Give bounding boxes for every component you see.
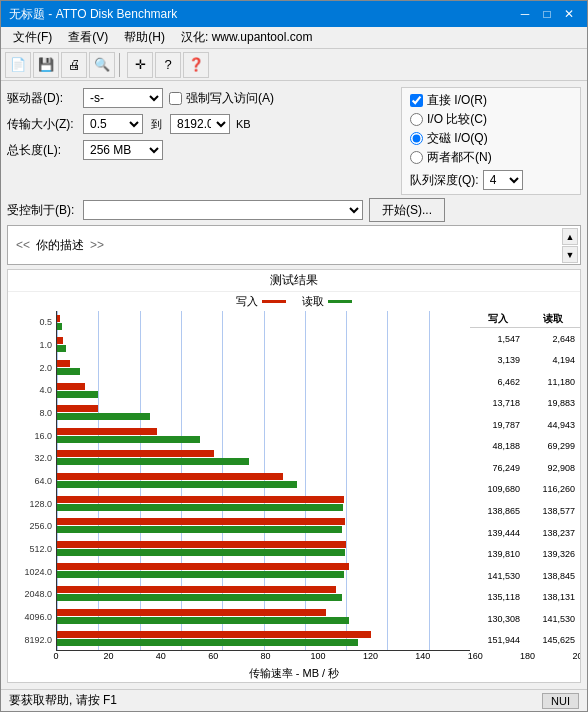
bar-row [57, 560, 470, 583]
bar-write [57, 496, 344, 503]
y-label: 64.0 [8, 470, 56, 493]
bar-row [57, 356, 470, 379]
toolbar-plus[interactable]: ✛ [127, 52, 153, 78]
bar-write [57, 428, 157, 435]
val-write: 19,787 [475, 420, 520, 430]
minimize-button[interactable]: ─ [515, 5, 535, 23]
x-tick-label: 140 [415, 651, 430, 661]
bar-read [57, 571, 344, 578]
chart-right-row: 6,46211,180 [470, 371, 580, 393]
total-label: 总长度(L): [7, 142, 77, 159]
x-tick-label: 40 [156, 651, 166, 661]
close-button[interactable]: ✕ [559, 5, 579, 23]
val-write: 13,718 [475, 398, 520, 408]
toolbar-save[interactable]: 💾 [33, 52, 59, 78]
total-row: 总长度(L): 256 MB [7, 139, 393, 161]
bar-row [57, 492, 470, 515]
queue-select[interactable]: 4 [483, 170, 523, 190]
io-exchange-row[interactable]: 交磁 I/O(Q) [410, 130, 572, 147]
bar-read [57, 504, 343, 511]
menu-bar: 文件(F) 查看(V) 帮助(H) 汉化: www.upantool.com [1, 27, 587, 49]
transfer-label: 传输大小(Z): [7, 116, 77, 133]
bar-write [57, 473, 283, 480]
chart-right-row: 135,118138,131 [470, 586, 580, 608]
title-controls: ─ □ ✕ [515, 5, 579, 23]
toolbar-help1[interactable]: ? [155, 52, 181, 78]
val-read: 141,530 [530, 614, 575, 624]
chart-right-row: 138,865138,577 [470, 500, 580, 522]
chart-right-row: 139,810139,326 [470, 543, 580, 565]
bar-write [57, 631, 371, 638]
x-tick-label: 160 [468, 651, 483, 661]
force-write-checkbox[interactable] [169, 92, 182, 105]
toolbar-new[interactable]: 📄 [5, 52, 31, 78]
val-write: 6,462 [475, 377, 520, 387]
bar-row [57, 537, 470, 560]
menu-help[interactable]: 帮助(H) [116, 27, 173, 48]
val-write: 3,139 [475, 355, 520, 365]
io-exchange-radio[interactable] [410, 132, 423, 145]
y-axis-labels: 0.51.02.04.08.016.032.064.0128.0256.0512… [8, 311, 56, 651]
y-label: 2.0 [8, 356, 56, 379]
drive-select[interactable]: -s- [83, 88, 163, 108]
toolbar-print[interactable]: 🖨 [61, 52, 87, 78]
transfer-start-select[interactable]: 0.5 [83, 114, 143, 134]
config-left: 驱动器(D): -s- 强制写入访问(A) 传输大小(Z): 0.5 到 [7, 87, 393, 195]
scroll-up-btn[interactable]: ▲ [562, 228, 578, 245]
chart-right-row: 1,5472,648 [470, 328, 580, 350]
y-label: 8.0 [8, 402, 56, 425]
toolbar-search[interactable]: 🔍 [89, 52, 115, 78]
chart-right-row: 48,18869,299 [470, 436, 580, 458]
bar-read [57, 413, 150, 420]
queue-row: 队列深度(Q): 4 [410, 170, 572, 190]
force-write-label[interactable]: 强制写入访问(A) [169, 90, 274, 107]
y-label: 0.5 [8, 311, 56, 334]
io-compare-row[interactable]: I/O 比较(C) [410, 111, 572, 128]
chart-right-row: 3,1394,194 [470, 350, 580, 372]
chart-section: 测试结果 写入 读取 0.51.02.04.08.016.032.064.012… [7, 269, 581, 683]
y-label: 1.0 [8, 334, 56, 357]
y-label: 16.0 [8, 424, 56, 447]
chart-right-row: 19,78744,943 [470, 414, 580, 436]
chart-title: 测试结果 [8, 270, 580, 292]
bar-read [57, 345, 66, 352]
scroll-down-btn[interactable]: ▼ [562, 246, 578, 263]
x-tick-label: 60 [208, 651, 218, 661]
bar-row [57, 401, 470, 424]
bar-write [57, 383, 85, 390]
toolbar-help2[interactable]: ❓ [183, 52, 209, 78]
bar-write [57, 541, 346, 548]
start-button[interactable]: 开始(S)... [369, 198, 445, 222]
bar-row [57, 469, 470, 492]
bar-row [57, 334, 470, 357]
chart-right-row: 151,944145,625 [470, 629, 580, 651]
x-tick-label: 20 [103, 651, 113, 661]
transfer-end-select[interactable]: 8192.0 [170, 114, 230, 134]
io-compare-radio[interactable] [410, 113, 423, 126]
bar-row [57, 424, 470, 447]
y-label: 1024.0 [8, 560, 56, 583]
status-help-text: 要获取帮助, 请按 F1 [9, 692, 117, 709]
maximize-button[interactable]: □ [537, 5, 557, 23]
y-label: 4.0 [8, 379, 56, 402]
bar-write [57, 315, 60, 322]
menu-view[interactable]: 查看(V) [60, 27, 116, 48]
controlled-select[interactable] [83, 200, 363, 220]
x-tick-label: 200 [572, 651, 581, 661]
direct-io-row[interactable]: 直接 I/O(R) [410, 92, 572, 109]
x-axis-ticks: 020406080100120140160180200 [56, 651, 580, 665]
right-header-write: 写入 [488, 312, 508, 326]
y-label: 128.0 [8, 492, 56, 515]
x-tick-label: 100 [310, 651, 325, 661]
val-read: 4,194 [530, 355, 575, 365]
val-read: 138,845 [530, 571, 575, 581]
io-neither-radio[interactable] [410, 151, 423, 164]
direct-io-checkbox[interactable] [410, 94, 423, 107]
io-neither-row[interactable]: 两者都不(N) [410, 149, 572, 166]
desc-arrows-left: << [16, 238, 30, 252]
y-label: 8192.0 [8, 628, 56, 651]
menu-file[interactable]: 文件(F) [5, 27, 60, 48]
y-label: 4096.0 [8, 606, 56, 629]
status-bar: 要获取帮助, 请按 F1 NUI [1, 689, 587, 711]
total-select[interactable]: 256 MB [83, 140, 163, 160]
